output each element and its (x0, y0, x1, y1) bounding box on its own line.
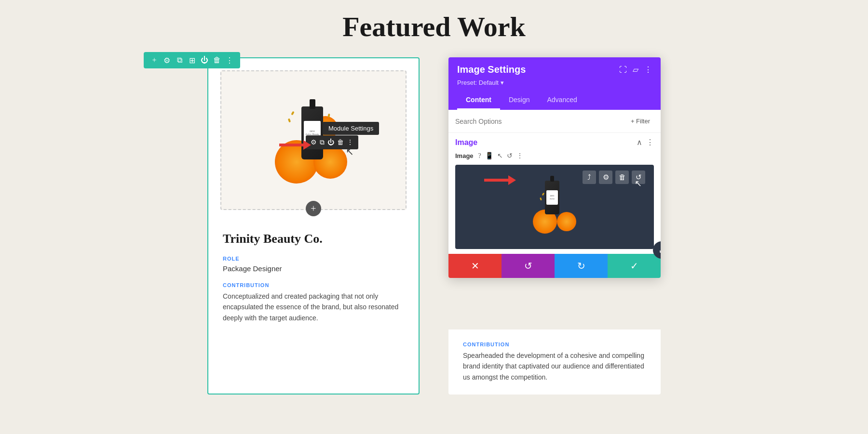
settings-panel-title: Image Settings (457, 64, 526, 75)
left-card: DIVIActive Beauty Module Settings ⚙ ⧉ ⏻ … (207, 57, 420, 395)
contribution-label-left: CONTRIBUTION (223, 282, 404, 288)
module-settings-tooltip: Module Settings (323, 122, 379, 135)
search-options-input[interactable] (455, 118, 623, 125)
right-panel-wrapper: Image Settings ⛶ ▱ ⋮ Preset: Default ▾ C… (448, 57, 661, 395)
red-arrow-preview (484, 175, 516, 185)
contribution-label-right: CONTRIBUTION (463, 342, 646, 347)
cards-container: DIVIActive Beauty Module Settings ⚙ ⧉ ⏻ … (0, 57, 868, 395)
tab-advanced[interactable]: Advanced (538, 91, 585, 110)
card-content: Trinity Beauty Co. ROLE Package Designer… (208, 220, 419, 328)
image-section: Image ∧ ⋮ Image ? 📱 ↖ ↺ ⋮ (448, 133, 661, 254)
split-icon[interactable]: ▱ (633, 65, 638, 74)
image-wrapper: DIVIActive Beauty Module Settings ⚙ ⧉ ⏻ … (220, 70, 407, 210)
image-section-title: Image (455, 138, 477, 147)
preview-orange-2 (557, 212, 576, 231)
settings-search-row: + Filter (448, 110, 661, 133)
module-copy-icon[interactable]: ⧉ (320, 139, 325, 146)
module-trash-icon[interactable]: 🗑 (337, 139, 344, 146)
arrow-shaft (279, 144, 303, 146)
preview-bottle-label: DIVIActive (546, 190, 558, 205)
module-gear-icon[interactable]: ⚙ (311, 138, 317, 146)
role-value: Package Designer (223, 264, 404, 273)
right-card-content: CONTRIBUTION Spearheaded the development… (448, 329, 661, 395)
settings-tabs: Content Design Advanced (457, 91, 652, 110)
preview-gear-icon[interactable]: ⚙ (599, 171, 612, 184)
preview-arrow-head (508, 175, 516, 185)
card-title: Trinity Beauty Co. (223, 232, 404, 246)
module-power-icon[interactable]: ⏻ (327, 139, 334, 146)
preview-bottle: DIVIActive (545, 181, 559, 214)
grid-icon[interactable]: ⊞ (187, 55, 197, 65)
image-section-controls: ∧ ⋮ (637, 138, 654, 147)
section-toolbar: + ⚙ ⧉ ⊞ ⏻ 🗑 ⋮ (144, 52, 240, 68)
settings-actions: ✕ ↺ ↻ ✓ (448, 254, 661, 278)
redo-button[interactable]: ↻ (555, 254, 608, 278)
settings-preset[interactable]: Preset: Default ▾ (457, 79, 652, 86)
image-preview-box: DIVIActive ⤴ ⚙ 🗑 ↺ (455, 165, 654, 249)
tab-content[interactable]: Content (457, 91, 500, 110)
tab-design[interactable]: Design (500, 91, 539, 110)
undo-field-icon[interactable]: ↺ (507, 152, 513, 160)
section-more-icon[interactable]: ⋮ (646, 138, 654, 147)
page-title: Featured Work (0, 0, 868, 57)
settings-panel: Image Settings ⛶ ▱ ⋮ Preset: Default ▾ C… (448, 57, 661, 278)
image-field-label: Image (455, 152, 474, 159)
trash-icon[interactable]: 🗑 (212, 55, 222, 65)
more-icon[interactable]: ⋮ (225, 55, 234, 65)
cursor-icon: ↖ (346, 146, 354, 158)
preview-arrow-shaft (484, 179, 508, 182)
module-more-icon[interactable]: ⋮ (347, 138, 353, 146)
preview-trash-icon[interactable]: 🗑 (615, 171, 629, 184)
add-content-button[interactable]: + (306, 201, 321, 216)
red-arrow-left (279, 140, 311, 150)
power-icon[interactable]: ⏻ (200, 55, 209, 65)
image-field-row: Image ? 📱 ↖ ↺ ⋮ (455, 152, 654, 160)
field-more-icon[interactable]: ⋮ (516, 152, 523, 160)
help-icon[interactable]: ? (478, 152, 481, 160)
pointer-icon[interactable]: ↖ (497, 152, 503, 160)
contribution-text-right: Spearheaded the development of a cohesiv… (463, 350, 646, 382)
settings-icon[interactable]: ⚙ (162, 55, 172, 65)
filter-button[interactable]: + Filter (627, 116, 654, 127)
role-label: ROLE (223, 256, 404, 262)
settings-header-top: Image Settings ⛶ ▱ ⋮ (457, 64, 652, 75)
mobile-icon[interactable]: 📱 (485, 152, 493, 160)
contribution-text-left: Conceptualized and created packaging tha… (223, 291, 404, 323)
settings-header: Image Settings ⛶ ▱ ⋮ Preset: Default ▾ C… (448, 57, 661, 110)
copy-icon[interactable]: ⧉ (175, 55, 184, 65)
preview-upload-icon[interactable]: ⤴ (583, 171, 596, 184)
maximize-icon[interactable]: ⛶ (619, 66, 627, 74)
preview-product: DIVIActive (530, 178, 579, 236)
confirm-button[interactable]: ✓ (608, 254, 661, 278)
more-options-icon[interactable]: ⋮ (644, 65, 652, 74)
cancel-button[interactable]: ✕ (448, 254, 502, 278)
add-section-icon[interactable]: + (149, 55, 159, 65)
settings-header-icons: ⛶ ▱ ⋮ (619, 65, 652, 74)
undo-button[interactable]: ↺ (502, 254, 555, 278)
collapse-icon[interactable]: ∧ (637, 138, 642, 147)
arrow-head (303, 140, 311, 150)
image-field-icons: ? 📱 ↖ ↺ ⋮ (478, 152, 523, 160)
bottle: DIVIActive Beauty (301, 106, 323, 159)
preview-cursor-icon: ↖ (635, 178, 642, 189)
image-section-header: Image ∧ ⋮ (455, 138, 654, 147)
